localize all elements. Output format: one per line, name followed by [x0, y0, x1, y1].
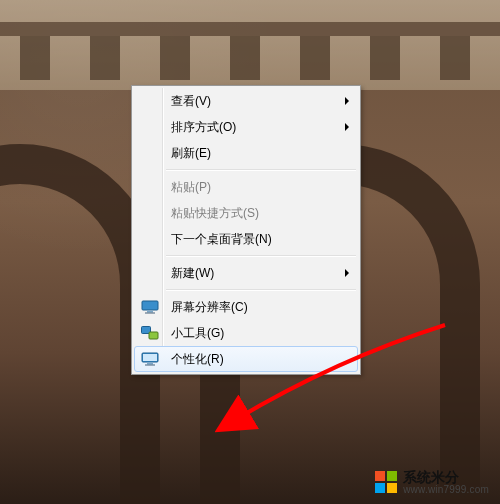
menu-item[interactable]: 小工具(G) [134, 320, 358, 346]
menu-separator [166, 169, 356, 171]
windows-logo-icon [375, 471, 397, 493]
menu-item[interactable]: 个性化(R) [134, 346, 358, 372]
menu-item-label: 下一个桌面背景(N) [171, 231, 337, 248]
menu-item-label: 个性化(R) [171, 351, 337, 368]
menu-item[interactable]: 新建(W) [134, 260, 358, 286]
menu-item[interactable]: 屏幕分辨率(C) [134, 294, 358, 320]
menu-item-label: 排序方式(O) [171, 119, 337, 136]
menu-item-label: 新建(W) [171, 265, 337, 282]
menu-item-label: 小工具(G) [171, 325, 337, 342]
watermark: 系统米分 www.win7999.com [370, 467, 494, 498]
chevron-right-icon [345, 123, 349, 131]
svg-rect-6 [143, 354, 157, 361]
menu-item-label: 查看(V) [171, 93, 337, 110]
watermark-title: 系统米分 [403, 470, 489, 485]
personalize-icon [141, 352, 159, 366]
watermark-text: 系统米分 www.win7999.com [403, 470, 489, 495]
svg-rect-7 [147, 363, 153, 365]
gadgets-icon [141, 326, 159, 340]
menu-item[interactable]: 刷新(E) [134, 140, 358, 166]
menu-item[interactable]: 排序方式(O) [134, 114, 358, 140]
desktop-background[interactable]: 查看(V)排序方式(O)刷新(E)粘贴(P)粘贴快捷方式(S)下一个桌面背景(N… [0, 0, 500, 504]
svg-rect-2 [145, 313, 155, 314]
chevron-right-icon [345, 97, 349, 105]
desktop-context-menu: 查看(V)排序方式(O)刷新(E)粘贴(P)粘贴快捷方式(S)下一个桌面背景(N… [131, 85, 361, 375]
monitor-icon [141, 300, 159, 314]
svg-rect-4 [149, 332, 158, 339]
menu-item-label: 粘贴快捷方式(S) [171, 205, 337, 222]
svg-rect-0 [142, 301, 158, 310]
desktop-decor [0, 0, 500, 90]
menu-item: 粘贴快捷方式(S) [134, 200, 358, 226]
menu-item[interactable]: 查看(V) [134, 88, 358, 114]
menu-item[interactable]: 下一个桌面背景(N) [134, 226, 358, 252]
menu-separator [166, 255, 356, 257]
menu-item-label: 刷新(E) [171, 145, 337, 162]
svg-rect-1 [147, 311, 153, 313]
menu-item-label: 屏幕分辨率(C) [171, 299, 337, 316]
watermark-url: www.win7999.com [403, 485, 489, 496]
chevron-right-icon [345, 269, 349, 277]
menu-item: 粘贴(P) [134, 174, 358, 200]
svg-rect-8 [145, 365, 155, 366]
menu-item-label: 粘贴(P) [171, 179, 337, 196]
menu-separator [166, 289, 356, 291]
